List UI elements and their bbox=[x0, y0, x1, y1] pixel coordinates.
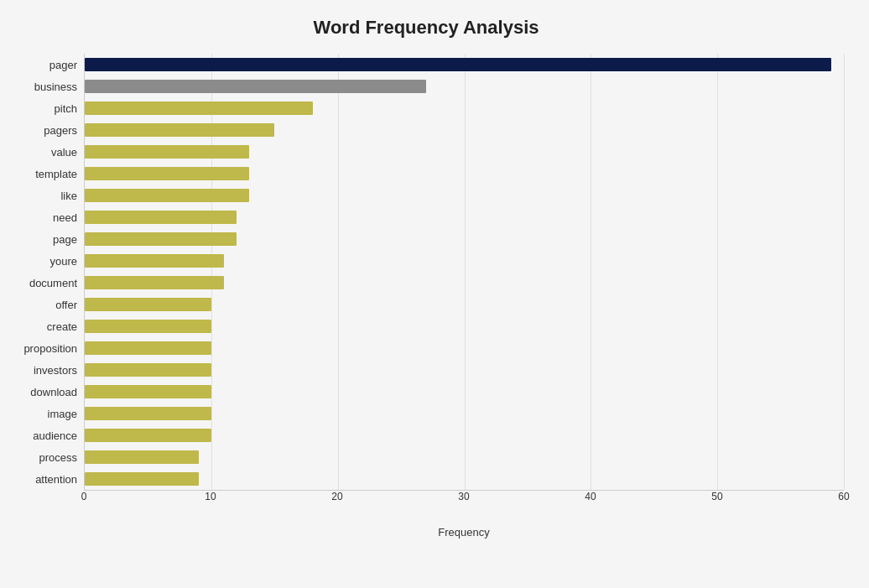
bar-row bbox=[85, 448, 844, 466]
bar-row bbox=[85, 164, 844, 183]
y-label: attention bbox=[35, 471, 77, 489]
bar bbox=[85, 429, 211, 442]
y-label: pager bbox=[49, 55, 77, 74]
x-tick: 40 bbox=[585, 491, 596, 502]
y-label: investors bbox=[34, 362, 77, 380]
bar-row bbox=[85, 295, 844, 314]
bar bbox=[85, 189, 249, 202]
x-tick: 60 bbox=[838, 491, 849, 502]
bar-row bbox=[85, 77, 844, 96]
bar bbox=[85, 385, 211, 398]
x-axis-label: Frequency bbox=[84, 526, 844, 539]
x-tick: 0 bbox=[81, 491, 87, 502]
y-axis: pagerbusinesspitchpagersvaluetemplatelik… bbox=[8, 54, 84, 491]
y-label: create bbox=[47, 318, 77, 336]
bar-row bbox=[85, 208, 844, 226]
bar bbox=[85, 167, 249, 180]
bar-row bbox=[85, 273, 844, 292]
y-label: need bbox=[53, 208, 77, 226]
bar bbox=[85, 101, 313, 115]
bar bbox=[85, 472, 199, 486]
y-label: template bbox=[35, 164, 77, 183]
y-label: youre bbox=[49, 252, 77, 270]
bar bbox=[85, 58, 831, 71]
bar-row bbox=[85, 382, 844, 401]
bar bbox=[85, 123, 274, 137]
grid-line bbox=[844, 54, 845, 490]
y-label: download bbox=[30, 383, 77, 402]
bar-row bbox=[85, 186, 844, 205]
x-axis-section: 0102030405060 Frequency bbox=[84, 491, 844, 533]
bar bbox=[85, 80, 426, 93]
bar-row bbox=[85, 230, 844, 248]
bar bbox=[85, 254, 224, 268]
bar bbox=[85, 363, 211, 377]
y-label: business bbox=[34, 77, 77, 96]
bar-row bbox=[85, 404, 844, 423]
bar bbox=[85, 341, 211, 355]
y-label: process bbox=[39, 449, 77, 467]
bar-row bbox=[85, 99, 844, 117]
y-label: pagers bbox=[44, 121, 77, 139]
y-label: value bbox=[51, 143, 77, 161]
bar-row bbox=[85, 361, 844, 379]
bar bbox=[85, 276, 224, 289]
y-label: document bbox=[29, 273, 77, 292]
bar bbox=[85, 320, 211, 333]
x-tick: 50 bbox=[711, 491, 722, 502]
bar bbox=[85, 211, 237, 224]
y-label: proposition bbox=[23, 340, 77, 358]
y-label: page bbox=[53, 230, 77, 248]
y-label: offer bbox=[55, 296, 77, 315]
bar-row bbox=[85, 121, 844, 139]
bar bbox=[85, 232, 237, 246]
chart-container: Word Frequency Analysis pagerbusinesspit… bbox=[0, 0, 869, 588]
y-label: pitch bbox=[55, 99, 77, 117]
bar-row bbox=[85, 252, 844, 270]
x-tick: 30 bbox=[458, 491, 469, 502]
bar bbox=[85, 298, 211, 311]
bar-row bbox=[85, 339, 844, 357]
bar-row bbox=[85, 143, 844, 161]
bar-row bbox=[85, 317, 844, 336]
bar bbox=[85, 450, 199, 464]
x-tick: 20 bbox=[331, 491, 342, 502]
bar-row bbox=[85, 426, 844, 445]
y-label: like bbox=[60, 186, 77, 205]
bar-row bbox=[85, 55, 844, 74]
bar bbox=[85, 407, 211, 420]
y-label: image bbox=[48, 405, 77, 424]
x-tick: 10 bbox=[205, 491, 216, 502]
chart-title: Word Frequency Analysis bbox=[8, 17, 844, 39]
bar-row bbox=[85, 470, 844, 488]
bar bbox=[85, 145, 249, 159]
y-label: audience bbox=[33, 427, 77, 445]
plot-area bbox=[84, 54, 844, 491]
